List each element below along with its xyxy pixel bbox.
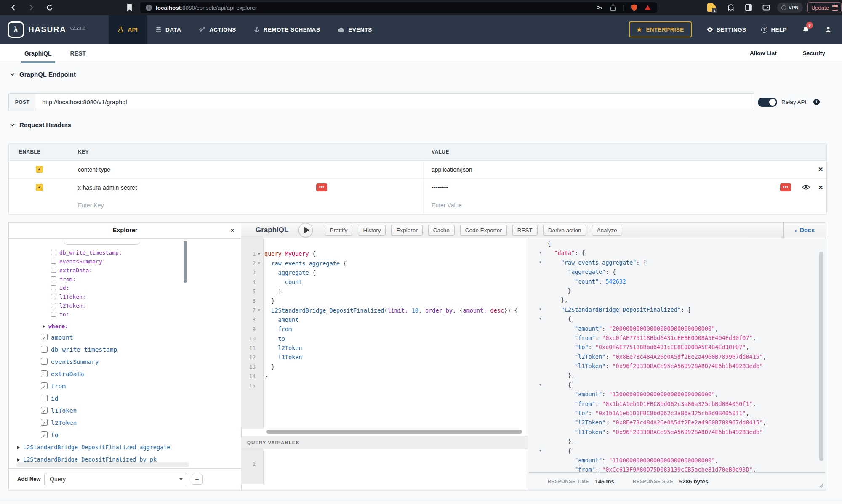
reload-icon[interactable]	[45, 3, 54, 12]
header-key-input[interactable]: content-type	[78, 161, 110, 178]
query-editor[interactable]: 1▼query MyQuery {2▼ raw_events_aggregate…	[241, 238, 528, 429]
site-info-icon[interactable]: i	[146, 5, 152, 11]
response-json[interactable]: {▼ "data": {▼ "raw_events_aggregate": { …	[528, 238, 826, 475]
menu-icon[interactable]	[832, 5, 838, 11]
scrollbar-thumb[interactable]	[266, 430, 522, 434]
secret-badge[interactable]: •••	[780, 183, 791, 191]
prettify-button[interactable]: Prettify	[325, 225, 352, 236]
enable-checkbox[interactable]: ✓	[36, 166, 43, 173]
resize-handle[interactable]	[818, 483, 823, 488]
checkbox-icon[interactable]	[41, 358, 48, 365]
reveal-eye-icon[interactable]	[802, 184, 810, 191]
explorer-arg-label[interactable]: l1Token:	[59, 294, 86, 300]
url-bar[interactable]: i localhost:8080/console/api/api-explore…	[140, 2, 657, 13]
explorer-arg-label[interactable]: l2Token:	[59, 302, 86, 309]
explorer-field-label[interactable]: id	[51, 395, 58, 402]
explorer-arg-label[interactable]: from:	[59, 276, 76, 282]
endpoint-url-input[interactable]: http://localhost:8080/v1/graphql	[36, 93, 754, 111]
tab-rest[interactable]: REST	[70, 44, 86, 63]
warning-triangle-icon[interactable]	[644, 4, 651, 11]
derive-action-button[interactable]: Derive action	[543, 225, 586, 236]
checkbox-icon[interactable]	[41, 334, 48, 340]
query-variables-header[interactable]: QUERY VARIABLES	[241, 436, 528, 449]
explorer-field-label[interactable]: extraData	[51, 371, 84, 377]
checkbox-icon[interactable]	[51, 259, 56, 264]
checkbox-icon[interactable]	[41, 395, 48, 401]
checkbox-icon[interactable]	[41, 346, 48, 353]
nav-tab-data[interactable]: DATA	[147, 15, 190, 44]
explorer-button[interactable]: Explorer	[391, 225, 422, 236]
checkbox-icon[interactable]	[41, 407, 48, 414]
header-value-input[interactable]: application/json	[432, 161, 472, 178]
explorer-arg-label[interactable]: eventsSummary:	[59, 258, 106, 265]
cache-button[interactable]: Cache	[428, 225, 455, 236]
close-icon[interactable]: ×	[230, 223, 234, 238]
explorer-horizontal-scrollbar[interactable]	[16, 462, 189, 467]
operation-type-select[interactable]: Query	[44, 473, 187, 485]
brave-shield-icon[interactable]	[631, 4, 638, 11]
checkbox-icon[interactable]	[51, 312, 56, 317]
explorer-field-label[interactable]: db_write_timestamp	[51, 346, 117, 353]
key-input[interactable]: Enter Key	[78, 196, 104, 214]
security-link[interactable]: Security	[803, 50, 825, 56]
response-scrollbar[interactable]	[819, 252, 823, 461]
remove-header-icon[interactable]: ✕	[818, 161, 823, 178]
add-operation-button[interactable]: +	[192, 474, 203, 485]
update-button[interactable]: Update	[807, 2, 842, 13]
checkbox-icon[interactable]	[51, 276, 56, 281]
checkbox-icon[interactable]	[41, 431, 48, 438]
secret-badge[interactable]: •••	[316, 183, 327, 191]
notifications-button[interactable]: 8	[802, 26, 810, 34]
nav-tab-actions[interactable]: ACTIONS	[190, 15, 245, 44]
back-icon[interactable]	[9, 3, 18, 12]
vpn-button[interactable]: VPN	[777, 3, 803, 13]
explorer-field-label[interactable]: l1Token	[51, 407, 77, 414]
checkbox-icon[interactable]	[41, 370, 48, 377]
explorer-field-label[interactable]: eventsSummary	[51, 358, 99, 365]
checkbox-icon[interactable]	[51, 294, 56, 299]
explorer-where-item[interactable]: where:	[9, 321, 241, 332]
explorer-field-label[interactable]: amount	[51, 334, 73, 341]
wallet-icon[interactable]	[762, 3, 770, 12]
tab-graphiql[interactable]: GraphiQL	[24, 44, 52, 63]
explorer-arg-label[interactable]: extraData:	[59, 267, 92, 273]
explorer-arg-label[interactable]: to:	[59, 311, 69, 318]
checkbox-icon[interactable]	[51, 303, 56, 308]
explorer-field-label[interactable]: from	[51, 383, 66, 390]
explorer-field-tree[interactable]: db_write_timestamp:eventsSummary:extraDa…	[9, 238, 241, 469]
header-value-input[interactable]: ••••••••	[432, 179, 448, 196]
headers-section-header[interactable]: Request Headers	[10, 121, 71, 128]
explorer-field-label[interactable]: to	[51, 432, 58, 438]
allow-list-link[interactable]: Allow List	[750, 50, 777, 56]
nav-tab-remote-schemas[interactable]: REMOTE SCHEMAS	[245, 15, 329, 44]
relay-api-toggle[interactable]	[758, 98, 777, 107]
enable-checkbox[interactable]: ✓	[36, 184, 43, 191]
query-variables-editor[interactable]: 1	[241, 449, 528, 484]
bookmark-icon[interactable]	[126, 3, 133, 12]
explorer-arg-label[interactable]: id:	[59, 285, 69, 291]
history-button[interactable]: History	[358, 225, 386, 236]
remove-header-icon[interactable]: ✕	[818, 179, 823, 196]
settings-button[interactable]: SETTINGS	[707, 27, 746, 33]
explorer-collapsed-item[interactable]: L2StandardBridge_DepositFinalized_aggreg…	[9, 441, 241, 454]
extension-icon[interactable]	[727, 3, 735, 12]
share-icon[interactable]	[610, 4, 616, 11]
forward-icon[interactable]	[27, 3, 35, 12]
checkbox-icon[interactable]	[41, 419, 48, 426]
checkbox-icon[interactable]	[51, 268, 56, 273]
editor-horizontal-scrollbar[interactable]	[241, 430, 528, 434]
checkbox-icon[interactable]	[51, 285, 56, 290]
explorer-arg-label[interactable]: db_write_timestamp:	[59, 249, 122, 256]
extension-notes-icon[interactable]: 1	[707, 3, 716, 12]
value-input[interactable]: Enter Value	[432, 196, 462, 214]
enterprise-button[interactable]: ★ENTERPRISE	[629, 21, 692, 37]
docs-button[interactable]: ‹ Docs	[783, 223, 826, 238]
execute-query-button[interactable]	[298, 223, 313, 237]
nav-tab-api[interactable]: API	[109, 15, 147, 44]
header-key-input[interactable]: x-hasura-admin-secret	[78, 179, 137, 196]
explorer-field-label[interactable]: l2Token	[51, 419, 77, 426]
checkbox-icon[interactable]	[51, 250, 56, 255]
help-button[interactable]: ? HELP	[761, 27, 787, 33]
password-key-icon[interactable]	[596, 4, 603, 11]
rest-button[interactable]: REST	[512, 225, 538, 236]
